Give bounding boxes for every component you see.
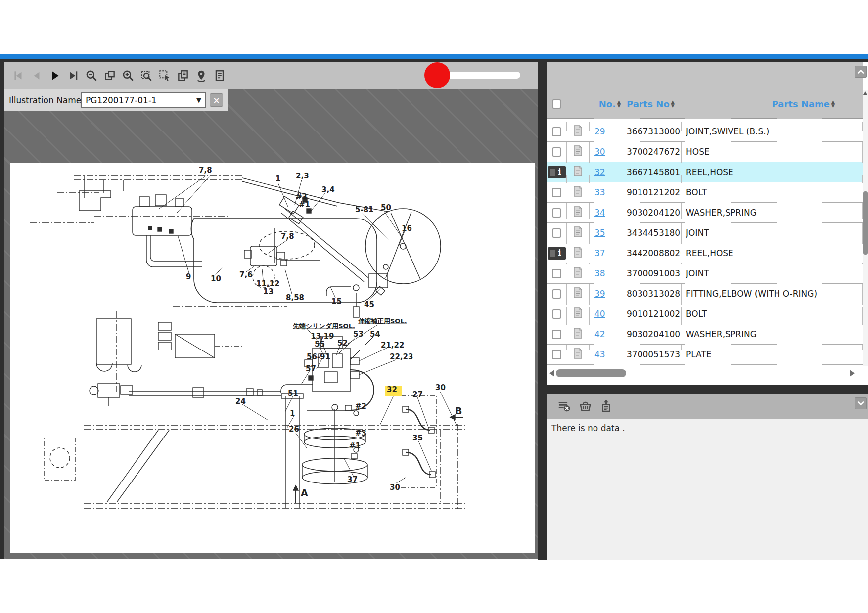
diagram-callout[interactable]: 56-91 bbox=[307, 352, 330, 361]
diagram-callout[interactable]: A bbox=[301, 487, 308, 498]
diagram-callout[interactable]: #3 bbox=[355, 429, 366, 438]
illustration-page[interactable]: 7,812,33,4#3#15-81507,8169107,611,12138,… bbox=[10, 163, 535, 553]
row-checkbox[interactable] bbox=[552, 147, 561, 157]
document-icon[interactable] bbox=[574, 145, 582, 158]
diagram-callout[interactable]: 57 bbox=[306, 364, 316, 373]
clear-list-icon[interactable] bbox=[557, 398, 572, 413]
map-pin-icon[interactable] bbox=[194, 68, 209, 83]
clear-illustration-button[interactable]: × bbox=[210, 93, 223, 107]
part-no-link[interactable]: 32 bbox=[594, 167, 605, 177]
diagram-callout[interactable]: #1 bbox=[349, 441, 361, 450]
document-icon[interactable] bbox=[574, 287, 582, 300]
sort-arrows-icon[interactable]: ▲▼ bbox=[671, 100, 675, 108]
diagram-callout[interactable]: 54 bbox=[370, 330, 380, 339]
collapse-down-button[interactable] bbox=[855, 397, 867, 409]
diagram-callout[interactable]: 8,58 bbox=[286, 293, 304, 302]
notes-icon[interactable] bbox=[212, 68, 227, 83]
part-no-link[interactable]: 40 bbox=[594, 309, 605, 319]
info-book-icon[interactable] bbox=[548, 247, 566, 260]
diagram-callout[interactable]: 16 bbox=[402, 224, 412, 233]
illustration-name-select[interactable]: PG1200177-01-1 ▼ bbox=[81, 92, 206, 108]
copy-icon[interactable] bbox=[176, 68, 190, 83]
diagram-callout[interactable]: 52 bbox=[337, 339, 348, 348]
part-no-link[interactable]: 34 bbox=[594, 208, 605, 218]
diagram-callout[interactable]: 7,8 bbox=[281, 232, 294, 241]
select-area-icon[interactable] bbox=[157, 68, 172, 83]
table-row[interactable]: 2936673130000JOINT,SWIVEL (B.S.) bbox=[547, 122, 863, 142]
diagram-callout[interactable]: 7,8 bbox=[199, 166, 212, 175]
row-checkbox[interactable] bbox=[552, 188, 561, 197]
diagram-callout[interactable]: 30 bbox=[435, 383, 446, 392]
sort-by-parts-name[interactable]: Parts Name bbox=[772, 99, 830, 109]
export-document-icon[interactable] bbox=[598, 398, 613, 413]
document-icon[interactable] bbox=[574, 328, 582, 341]
next-page-icon[interactable] bbox=[47, 68, 62, 83]
part-no-link[interactable]: 37 bbox=[594, 248, 605, 258]
table-row[interactable]: 3490302041201WASHER,SPRING bbox=[547, 203, 863, 223]
diagram-callout[interactable]: 30 bbox=[390, 483, 400, 492]
part-no-link[interactable]: 39 bbox=[594, 289, 605, 299]
diagram-callout[interactable]: 10 bbox=[211, 274, 221, 283]
diagram-callout-highlighted[interactable]: 32 bbox=[387, 385, 397, 394]
row-checkbox[interactable] bbox=[552, 350, 561, 359]
diagram-callout[interactable]: 2,3 bbox=[296, 172, 309, 180]
table-row[interactable]: 3980303130281FITTING,ELBOW (WITH O-RING) bbox=[547, 284, 863, 304]
info-book-icon[interactable] bbox=[548, 166, 566, 178]
zoom-area-icon[interactable] bbox=[139, 68, 154, 83]
row-checkbox[interactable] bbox=[552, 269, 561, 278]
part-no-link[interactable]: 35 bbox=[594, 228, 605, 238]
diagram-callout[interactable]: 53 bbox=[353, 330, 364, 339]
part-no-link[interactable]: 33 bbox=[594, 187, 605, 197]
table-row[interactable]: 4090101210025BOLT bbox=[547, 304, 863, 324]
diagram-callout[interactable]: 1 bbox=[290, 409, 295, 418]
document-icon[interactable] bbox=[574, 186, 582, 199]
diagram-callout[interactable]: 27 bbox=[412, 390, 423, 399]
diagram-callout[interactable]: 1 bbox=[275, 175, 280, 183]
sort-by-no[interactable]: No. bbox=[599, 99, 616, 109]
zoom-out-icon[interactable] bbox=[84, 68, 99, 83]
sort-arrows-icon[interactable]: ▲▼ bbox=[617, 100, 621, 108]
diagram-callout[interactable]: 先端シリンダ用SOL. bbox=[292, 322, 355, 330]
table-row[interactable]: 3037002476720HOSE bbox=[547, 142, 863, 162]
diagram-callout[interactable]: 伸縮補正用SOL. bbox=[358, 317, 407, 325]
diagram-callout[interactable]: #2 bbox=[355, 402, 366, 411]
document-icon[interactable] bbox=[574, 166, 582, 178]
table-row[interactable]: 3734420088020REEL,HOSE bbox=[547, 243, 863, 263]
sort-by-parts-no[interactable]: Parts No bbox=[627, 99, 670, 109]
part-no-link[interactable]: 43 bbox=[594, 350, 605, 359]
part-no-link[interactable]: 30 bbox=[594, 147, 605, 157]
diagram-callout[interactable]: 50 bbox=[381, 203, 391, 212]
select-all-checkbox[interactable] bbox=[552, 99, 561, 109]
table-row[interactable]: 4290302041001WASHER,SPRING bbox=[547, 324, 863, 345]
diagram-callout[interactable]: 9 bbox=[186, 272, 191, 281]
scroll-up-arrow[interactable] bbox=[863, 91, 867, 95]
zoom-slider-knob[interactable] bbox=[424, 62, 450, 88]
last-page-icon[interactable] bbox=[66, 68, 81, 83]
document-icon[interactable] bbox=[574, 125, 582, 138]
zoom-in-icon[interactable] bbox=[121, 68, 136, 83]
document-icon[interactable] bbox=[574, 247, 582, 260]
collapse-up-button[interactable] bbox=[855, 66, 867, 78]
row-checkbox[interactable] bbox=[552, 228, 561, 238]
diagram-callout[interactable]: 7,6 bbox=[239, 270, 253, 279]
basket-icon[interactable] bbox=[578, 398, 593, 413]
fit-to-window-icon[interactable] bbox=[102, 68, 117, 83]
diagram-callout[interactable]: 51 bbox=[288, 389, 298, 398]
previous-page-icon[interactable] bbox=[29, 68, 44, 83]
diagram-callout[interactable]: 13 bbox=[263, 287, 274, 296]
diagram-callout[interactable]: 24 bbox=[235, 397, 246, 406]
row-checkbox[interactable] bbox=[552, 330, 561, 339]
diagram-callout[interactable]: 3,4 bbox=[321, 185, 335, 194]
row-checkbox[interactable] bbox=[552, 127, 561, 136]
document-icon[interactable] bbox=[574, 267, 582, 280]
vertical-scroll-thumb[interactable] bbox=[863, 191, 868, 255]
row-checkbox[interactable] bbox=[552, 309, 561, 319]
diagram-callout[interactable]: B bbox=[455, 405, 462, 416]
table-row[interactable]: 4337000515730PLATE bbox=[547, 345, 863, 365]
scroll-left-arrow[interactable] bbox=[549, 370, 554, 377]
document-icon[interactable] bbox=[574, 348, 582, 361]
diagram-callout[interactable]: 37 bbox=[347, 475, 358, 484]
row-checkbox[interactable] bbox=[552, 208, 561, 218]
row-checkbox[interactable] bbox=[552, 289, 561, 299]
diagram-callout[interactable]: #1 bbox=[299, 200, 310, 209]
